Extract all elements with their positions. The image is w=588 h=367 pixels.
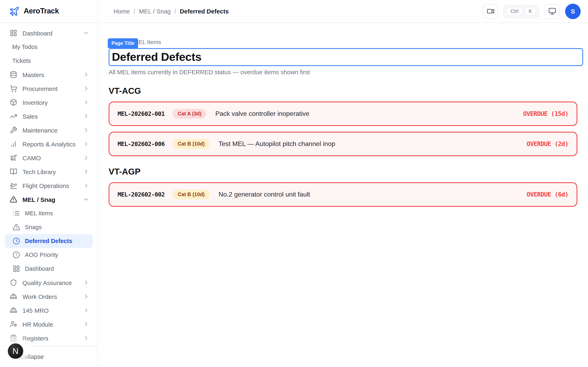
sidebar-item-work-orders[interactable]: Work Orders [5,290,93,303]
sidebar-item-maintenance[interactable]: Maintenance [5,123,93,137]
sidebar-item-145-mro[interactable]: 145 MRO [5,303,93,317]
chevron-right-icon [83,85,89,92]
sidebar-item-tickets[interactable]: Tickets [5,54,93,68]
sidebar-item-quality-assurance[interactable]: Quality Assurance [5,276,93,290]
chevron-right-icon [83,113,89,119]
breadcrumb-separator: / [134,8,135,15]
chevron-right-icon [83,293,89,300]
sidebar-item-deferred-defects[interactable]: Deferred Defects [5,234,93,248]
topbar: Home / MEL / Snag / Deferred Defects Ctr… [98,0,588,23]
sidebar-item-masters[interactable]: Masters [5,68,93,82]
chevron-right-icon [83,155,89,161]
chevron-right-icon [83,71,89,78]
sidebar-item-aog-priority[interactable]: AOG Priority [5,248,93,262]
sidebar-item-hr-module[interactable]: HR Module [5,317,93,331]
content-column: Home / MEL / Snag / Deferred Defects Ctr… [98,0,588,367]
defect-description: No.2 generator control unit fault [218,191,310,198]
wrench-icon [10,126,17,134]
command-palette-shortcut[interactable]: Ctrl K [503,5,539,18]
main-content: MEL Items Page Title Deferred Defects Al… [98,23,588,367]
hard-hat-icon [10,307,17,314]
sidebar-item-mel-items[interactable]: MEL Items [5,206,93,220]
sidebar-item-dashboard[interactable]: Dashboard [5,26,93,40]
page-title: Deferred Defects [112,50,201,64]
list-icon [13,210,20,217]
plane-logo-icon [9,6,20,17]
mel-code: MEL-202602-001 [118,110,164,117]
trending-up-icon [10,113,17,120]
category-badge: Cat A (3d) [173,109,206,119]
chevron-right-icon [83,182,89,189]
app-name: AeroTrack [24,7,59,16]
aircraft-section-heading: VT-AGP [109,167,577,176]
monitor-icon [548,7,556,15]
breadcrumb-mel-snag[interactable]: MEL / Snag [139,8,171,15]
sidebar-item-procurement[interactable]: Procurement [5,82,93,95]
sidebar-item-snags[interactable]: Snags [5,220,93,234]
sidebar-item-reports-analytics[interactable]: Reports & Analytics [5,137,93,151]
plane-icon [10,154,17,161]
chevron-right-icon [83,279,89,286]
sidebar-item-sales[interactable]: Sales [5,109,93,123]
chevron-right-icon [83,307,89,314]
overdue-status: OVERDUE (2d) [527,140,568,148]
mel-item-row[interactable]: MEL-202602-001 Cat A (3d) Pack valve con… [109,101,577,126]
display-mode-button[interactable] [545,4,559,18]
plane-takeoff-icon [10,182,17,189]
inspector-highlight-box: Deferred Defects [109,48,583,66]
chevron-right-icon [83,321,89,327]
breadcrumb-current: Deferred Defects [180,8,229,15]
chevron-right-icon [83,141,89,147]
overdue-status: OVERDUE (15d) [523,110,568,117]
hard-hat-icon [10,293,17,300]
sidebar-item-mel-snag[interactable]: MEL / Snag [5,192,93,206]
breadcrumb-home[interactable]: Home [113,8,130,15]
page-subtitle: All MEL items currently in DEFERRED stat… [109,68,577,75]
sidebar-item-mel-dashboard[interactable]: Dashboard [5,262,93,276]
sidebar: AeroTrack Dashboard My Todos Tickets Mas… [0,0,98,367]
layout-grid-icon [13,265,20,272]
database-icon [10,71,17,78]
mel-code: MEL-202602-002 [118,191,164,198]
chevron-right-icon [83,99,89,106]
sidebar-item-my-todos[interactable]: My Todos [5,40,93,54]
alert-circle-icon [13,251,20,259]
sidebar-item-registers[interactable]: Registers [5,331,93,345]
book-open-icon [10,168,17,175]
collapse-label: Collapse [20,353,44,360]
chevron-right-icon [83,335,89,341]
sidebar-nav: Dashboard My Todos Tickets Masters Procu… [0,23,98,346]
layout-grid-icon [10,29,17,37]
topbar-actions: Ctrl K S [483,3,581,19]
user-avatar[interactable]: S [565,3,581,19]
app-logo[interactable]: AeroTrack [0,0,98,23]
mel-item-row[interactable]: MEL-202602-002 Cat B (10d) No.2 generato… [109,182,577,207]
ctrl-key: Ctrl [506,7,522,16]
video-camera-icon [486,7,494,15]
clipboard-list-icon [10,334,17,342]
clock-icon [13,237,20,245]
alert-triangle-icon [10,196,17,203]
sidebar-item-tech-library[interactable]: Tech Library [5,165,93,179]
chevron-right-icon [83,168,89,175]
sidebar-item-inventory[interactable]: Inventory [5,95,93,109]
defect-description: Test MEL — Autopilot pitch channel inop [218,140,335,148]
k-key: K [525,7,536,16]
sidebar-item-camo[interactable]: CAMO [5,151,93,165]
sidebar-item-flight-operations[interactable]: Flight Operations [5,179,93,192]
bar-chart-icon [10,140,17,148]
category-badge: Cat B (10d) [173,190,209,200]
chevron-right-icon [83,127,89,133]
nextjs-dev-badge[interactable]: N [8,343,23,359]
chevron-down-icon [83,196,89,203]
mel-item-row[interactable]: MEL-202602-006 Cat B (10d) Test MEL — Au… [109,132,577,156]
app-window: AeroTrack Dashboard My Todos Tickets Mas… [0,0,588,367]
overdue-status: OVERDUE (6d) [527,191,568,198]
aircraft-section-heading: VT-ACG [109,86,577,96]
chevron-down-icon [83,30,89,36]
shield-icon [10,279,17,286]
user-cog-icon [10,320,17,328]
screen-record-button[interactable] [483,4,498,18]
category-badge: Cat B (10d) [173,139,209,149]
defect-description: Pack valve controller inoperative [215,110,310,117]
